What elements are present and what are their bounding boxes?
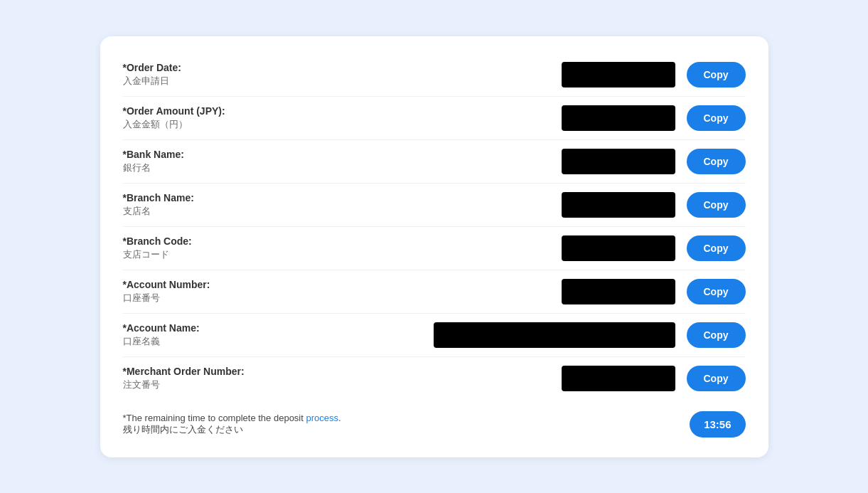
copy-button-merchant-order-number[interactable]: Copy <box>687 366 746 391</box>
black-box-bank-name <box>562 149 675 174</box>
copy-button-account-number[interactable]: Copy <box>687 279 746 304</box>
field-row-account-number: *Account Number:口座番号Copy <box>123 270 746 314</box>
field-label-account-name: *Account Name:口座名義 <box>123 322 265 348</box>
field-value-account-number <box>277 279 675 304</box>
field-row-branch-name: *Branch Name:支店名Copy <box>123 184 746 227</box>
field-value-branch-code <box>277 235 675 261</box>
footer-text-prefix: *The remaining time to complete the depo… <box>123 413 306 423</box>
copy-button-order-amount[interactable]: Copy <box>687 105 746 131</box>
field-label-jp-branch-code: 支店コード <box>123 248 265 261</box>
field-label-en-account-name: *Account Name: <box>123 322 265 334</box>
fields-container: *Order Date:入金申請日Copy*Order Amount (JPY)… <box>123 53 746 400</box>
copy-button-order-date[interactable]: Copy <box>687 62 746 88</box>
black-box-account-number <box>562 279 675 304</box>
black-box-branch-code <box>562 235 675 261</box>
field-row-merchant-order-number: *Merchant Order Number:注文番号Copy <box>123 357 746 400</box>
field-label-en-merchant-order-number: *Merchant Order Number: <box>123 366 265 377</box>
footer-text-end: . <box>338 413 341 423</box>
field-value-order-date <box>277 62 675 88</box>
black-box-order-amount <box>562 105 675 131</box>
black-box-merchant-order-number <box>562 366 675 391</box>
field-row-branch-code: *Branch Code:支店コードCopy <box>123 227 746 270</box>
copy-button-branch-name[interactable]: Copy <box>687 192 746 218</box>
field-value-branch-name <box>277 192 675 218</box>
field-label-en-branch-code: *Branch Code: <box>123 235 265 247</box>
field-label-en-order-amount: *Order Amount (JPY): <box>123 105 265 117</box>
field-label-order-amount: *Order Amount (JPY):入金金額（円） <box>123 105 265 131</box>
field-label-jp-order-amount: 入金金額（円） <box>123 118 265 131</box>
field-label-branch-code: *Branch Code:支店コード <box>123 235 265 261</box>
field-value-order-amount <box>277 105 675 131</box>
field-value-bank-name <box>277 149 675 174</box>
field-value-merchant-order-number <box>277 366 675 391</box>
field-row-account-name: *Account Name:口座名義Copy <box>123 314 746 357</box>
field-label-branch-name: *Branch Name:支店名 <box>123 192 265 218</box>
black-box-order-date <box>562 62 675 88</box>
field-label-account-number: *Account Number:口座番号 <box>123 279 265 304</box>
field-value-account-name <box>277 322 675 348</box>
copy-button-account-name[interactable]: Copy <box>687 322 746 348</box>
field-label-jp-account-number: 口座番号 <box>123 292 265 304</box>
field-label-order-date: *Order Date:入金申請日 <box>123 62 265 88</box>
field-row-bank-name: *Bank Name:銀行名Copy <box>123 140 746 184</box>
process-link[interactable]: process <box>306 413 338 423</box>
field-label-jp-branch-name: 支店名 <box>123 205 265 218</box>
field-label-merchant-order-number: *Merchant Order Number:注文番号 <box>123 366 265 391</box>
black-box-branch-name <box>562 192 675 218</box>
footer-text-jp: 残り時間内にご入金ください <box>123 423 341 436</box>
footer-text-en: *The remaining time to complete the depo… <box>123 413 341 423</box>
field-label-jp-order-date: 入金申請日 <box>123 75 265 88</box>
copy-button-bank-name[interactable]: Copy <box>687 149 746 174</box>
field-label-en-order-date: *Order Date: <box>123 62 265 73</box>
field-label-en-bank-name: *Bank Name: <box>123 149 265 160</box>
field-label-bank-name: *Bank Name:銀行名 <box>123 149 265 174</box>
deposit-form-card: *Order Date:入金申請日Copy*Order Amount (JPY)… <box>100 36 768 457</box>
field-row-order-amount: *Order Amount (JPY):入金金額（円）Copy <box>123 97 746 140</box>
field-label-jp-bank-name: 銀行名 <box>123 161 265 174</box>
field-label-en-branch-name: *Branch Name: <box>123 192 265 203</box>
black-box-account-name <box>434 322 675 348</box>
footer-text-block: *The remaining time to complete the depo… <box>123 413 341 436</box>
field-row-order-date: *Order Date:入金申請日Copy <box>123 53 746 97</box>
timer-badge: 13:56 <box>690 411 745 438</box>
field-label-en-account-number: *Account Number: <box>123 279 265 290</box>
field-label-jp-account-name: 口座名義 <box>123 335 265 348</box>
field-label-jp-merchant-order-number: 注文番号 <box>123 378 265 391</box>
footer-row: *The remaining time to complete the depo… <box>123 400 746 440</box>
copy-button-branch-code[interactable]: Copy <box>687 235 746 261</box>
